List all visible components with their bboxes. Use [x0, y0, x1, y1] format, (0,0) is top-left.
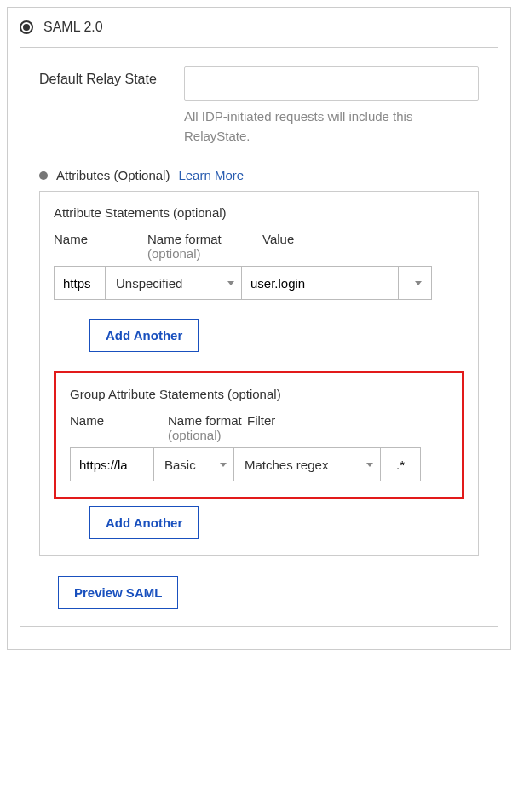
- group-filter-op-select[interactable]: Matches regex: [233, 447, 380, 481]
- learn-more-link[interactable]: Learn More: [178, 168, 244, 182]
- attributes-header-label: Attributes (Optional): [56, 168, 170, 182]
- group-attribute-title: Group Attribute Statements (optional): [70, 387, 448, 401]
- group-filter-value-input[interactable]: [380, 447, 421, 481]
- attr-format-value: Unspecified: [116, 276, 182, 291]
- attribute-statements-title: Attribute Statements (optional): [54, 205, 464, 220]
- saml-2-radio[interactable]: [20, 20, 33, 34]
- default-relay-row: Default Relay State All IDP-initiated re…: [39, 66, 479, 146]
- saml-config-panel: Default Relay State All IDP-initiated re…: [20, 47, 498, 627]
- attr-value-dropdown-button[interactable]: [398, 266, 432, 300]
- chevron-down-icon: [366, 463, 373, 467]
- chevron-down-icon: [415, 281, 422, 285]
- group-attribute-highlight: Group Attribute Statements (optional) Na…: [54, 371, 464, 499]
- add-another-attribute-button[interactable]: Add Another: [89, 319, 199, 352]
- group-name-input[interactable]: [70, 447, 153, 481]
- default-relay-help: All IDP-initiated requests will include …: [184, 107, 479, 146]
- group-filter-op-value: Matches regex: [245, 458, 328, 472]
- saml-2-radio-label: SAML 2.0: [43, 20, 103, 35]
- attr-row: Unspecified: [54, 266, 464, 300]
- attr-format-select[interactable]: Unspecified: [105, 266, 241, 300]
- group-col-format: Name format (optional): [168, 413, 247, 442]
- attr-col-format-sub: (optional): [147, 246, 201, 261]
- attr-value-input[interactable]: [241, 266, 398, 300]
- default-relay-input[interactable]: [184, 66, 479, 101]
- group-format-select[interactable]: Basic: [153, 447, 233, 481]
- attr-col-format-label: Name format: [147, 232, 222, 246]
- attr-col-format: Name format (optional): [147, 232, 262, 261]
- default-relay-label: Default Relay State: [39, 66, 167, 146]
- status-dot-icon: [39, 171, 48, 180]
- attr-name-input[interactable]: [54, 266, 105, 300]
- preview-saml-button[interactable]: Preview SAML: [58, 576, 178, 609]
- group-col-format-label: Name format: [168, 413, 242, 428]
- group-col-format-sub: (optional): [168, 428, 222, 442]
- chevron-down-icon: [227, 281, 234, 285]
- group-col-name: Name: [70, 413, 168, 442]
- add-another-group-button[interactable]: Add Another: [89, 506, 199, 539]
- attributes-header: Attributes (Optional) Learn More: [39, 168, 479, 182]
- group-col-headers: Name Name format (optional) Filter: [70, 413, 448, 442]
- attribute-statements-panel: Attribute Statements (optional) Name Nam…: [39, 191, 479, 556]
- group-col-filter: Filter: [247, 413, 448, 442]
- saml-settings-panel: SAML 2.0 Default Relay State All IDP-ini…: [7, 7, 511, 650]
- group-row: Basic Matches regex: [70, 447, 448, 481]
- attr-col-value: Value: [262, 232, 464, 261]
- saml-version-radio-row: SAML 2.0: [20, 20, 498, 35]
- attr-col-headers: Name Name format (optional) Value: [54, 232, 464, 261]
- group-format-value: Basic: [164, 458, 196, 472]
- attr-col-name: Name: [54, 232, 147, 261]
- chevron-down-icon: [220, 463, 227, 467]
